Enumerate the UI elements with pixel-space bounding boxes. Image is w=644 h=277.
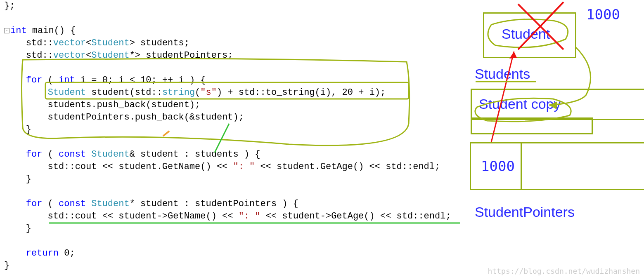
code-text: < xyxy=(86,38,91,48)
code-text: * student : studentPointers ) { xyxy=(130,199,298,209)
code-text: std:: xyxy=(4,50,53,61)
code-text xyxy=(4,199,26,209)
code-text: std::cout << student->GetName() << xyxy=(4,211,239,221)
code-text: & student : students ) { xyxy=(130,149,260,160)
type-student: Student xyxy=(91,38,129,48)
code-text: << student.GetAge() << std::endl; xyxy=(255,162,440,172)
kw-for: for xyxy=(26,149,43,160)
code-text: ( xyxy=(42,75,59,85)
kw-const: const xyxy=(59,199,86,209)
code-text: ) + std::to_string(i), 20 + i); xyxy=(217,87,386,98)
code-text: ( xyxy=(42,149,59,160)
code-text: } xyxy=(4,223,31,234)
kw-int: int xyxy=(59,75,75,85)
student-copy-text: Student copy xyxy=(479,96,561,112)
students-label: Students xyxy=(475,66,530,82)
fold-icon[interactable]: - xyxy=(4,28,9,33)
code-text: } xyxy=(4,124,31,135)
kw-const: const xyxy=(59,149,86,160)
code-text: > students; xyxy=(130,38,189,48)
code-text xyxy=(4,75,26,85)
student-text: Student xyxy=(502,26,550,42)
code-text: ( xyxy=(42,199,59,209)
watermark: https://blog.csdn.net/wudizhanshen xyxy=(488,267,640,275)
code-text: vector xyxy=(53,50,86,61)
kw-int: int xyxy=(10,26,27,36)
code-text: i = 0; i < 10; ++ i ) { xyxy=(75,75,206,85)
address-label: 1000 xyxy=(586,6,620,23)
type-student: Student xyxy=(91,149,129,160)
kw-return: return xyxy=(26,248,59,258)
code-text: string xyxy=(162,87,195,98)
string-literal: "s" xyxy=(200,87,217,98)
code-text: } xyxy=(4,174,31,184)
code-text: students.push_back(student); xyxy=(4,100,200,110)
kw-for: for xyxy=(26,75,43,85)
pointer-value: 1000 xyxy=(481,158,515,174)
code-text xyxy=(86,149,91,160)
type-student: Student xyxy=(48,87,86,98)
code-text: vector xyxy=(53,38,86,48)
code-text xyxy=(4,149,26,160)
kw-for: for xyxy=(26,199,43,209)
code-text: std::cout << student.GetName() << xyxy=(4,162,233,172)
code-text xyxy=(86,199,91,209)
code-text xyxy=(4,248,26,258)
string-literal: ": " xyxy=(239,211,260,221)
student-pointers-label: StudentPointers xyxy=(475,204,575,220)
code-text: ( xyxy=(195,87,200,98)
code-text xyxy=(4,87,48,98)
students-extra-box xyxy=(471,117,593,134)
string-literal: ": " xyxy=(233,162,255,172)
code-text: student(std:: xyxy=(86,87,162,98)
code-text: std:: xyxy=(4,38,53,48)
code-text: << student->GetAge() << std::endl; xyxy=(260,211,451,221)
type-student: Student xyxy=(91,50,129,61)
type-student: Student xyxy=(91,199,129,209)
code-text: studentPointers.push_back(&student); xyxy=(4,112,244,122)
code-text: *> studentPointers; xyxy=(130,50,233,61)
code-text: < xyxy=(86,50,91,61)
code-text: } xyxy=(4,261,9,271)
code-editor[interactable]: }; -int main() { std::vector<Student> st… xyxy=(4,0,451,272)
code-line: }; xyxy=(4,1,15,11)
code-text: main() { xyxy=(27,26,76,36)
code-text: 0; xyxy=(59,248,75,258)
